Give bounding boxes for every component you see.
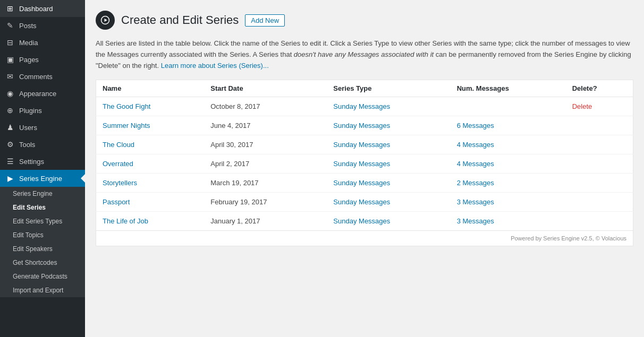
sidebar-item-settings[interactable]: ☰ Settings — [0, 153, 85, 170]
pages-icon: ▣ — [5, 55, 15, 64]
submenu-item-edit-topics[interactable]: Edit Topics — [0, 228, 85, 242]
submenu-item-get-shortcodes[interactable]: Get Shortcodes — [0, 256, 85, 270]
sidebar-label-pages: Pages — [19, 56, 39, 64]
series-type-link[interactable]: Sunday Messages — [333, 198, 390, 206]
cell-delete — [566, 193, 633, 212]
cell-num-messages: 4 Messages — [451, 154, 566, 174]
sidebar-label-posts: Posts — [19, 22, 37, 30]
col-delete: Delete? — [566, 80, 633, 97]
appearance-icon: ◉ — [5, 89, 15, 98]
cell-series-name: The Cloud — [96, 135, 205, 154]
sidebar-label-dashboard: Dashboard — [19, 5, 53, 13]
tools-icon: ⚙ — [5, 140, 15, 149]
messages-count-link[interactable]: 2 Messages — [457, 179, 494, 187]
comments-icon: ✉ — [5, 72, 15, 81]
cell-start-date: April 30, 2017 — [204, 135, 327, 154]
sidebar-item-tools[interactable]: ⚙ Tools — [0, 136, 85, 153]
description-link[interactable]: Learn more about Series (Series)... — [161, 62, 269, 70]
sidebar-item-appearance[interactable]: ◉ Appearance — [0, 85, 85, 102]
cell-num-messages: 3 Messages — [451, 193, 566, 212]
series-name-link[interactable]: The Good Fight — [103, 102, 150, 110]
series-name-link[interactable]: The Cloud — [103, 141, 134, 149]
table-row: OverratedApril 2, 2017Sunday Messages4 M… — [96, 154, 633, 174]
sidebar-item-users[interactable]: ♟ Users — [0, 119, 85, 136]
cell-delete — [566, 212, 633, 231]
cell-delete — [566, 116, 633, 135]
cell-series-type: Sunday Messages — [327, 97, 450, 116]
posts-icon: ✎ — [5, 21, 15, 30]
main-content: Create and Edit Series Add New All Serie… — [85, 0, 644, 337]
col-name: Name — [96, 80, 205, 97]
submenu-item-series-engine[interactable]: Series Engine — [0, 187, 85, 201]
messages-count-link[interactable]: 6 Messages — [457, 122, 494, 129]
dashboard-icon: ⊞ — [5, 4, 15, 13]
sidebar-item-media[interactable]: ⊟ Media — [0, 34, 85, 51]
add-new-button[interactable]: Add New — [245, 14, 285, 27]
series-type-link[interactable]: Sunday Messages — [333, 179, 390, 187]
series-type-link[interactable]: Sunday Messages — [333, 141, 390, 149]
cell-series-name: Overrated — [96, 154, 205, 174]
cell-num-messages — [451, 97, 566, 116]
table-body: The Good FightOctober 8, 2017Sunday Mess… — [96, 97, 633, 231]
series-name-link[interactable]: The Life of Job — [103, 217, 148, 225]
col-series-type: Series Type — [327, 80, 450, 97]
cell-series-type: Sunday Messages — [327, 154, 450, 174]
cell-delete — [566, 174, 633, 193]
submenu-item-edit-series[interactable]: Edit Series — [0, 201, 85, 214]
series-name-link[interactable]: Storytellers — [103, 179, 137, 187]
messages-count-link[interactable]: 4 Messages — [457, 141, 494, 149]
users-icon: ♟ — [5, 123, 15, 132]
series-engine-submenu: Series Engine Edit Series Edit Series Ty… — [0, 187, 85, 297]
cell-start-date: June 4, 2017 — [204, 116, 327, 135]
sidebar-item-pages[interactable]: ▣ Pages — [0, 51, 85, 68]
cell-series-name: The Good Fight — [96, 97, 205, 116]
sidebar-label-users: Users — [19, 124, 37, 132]
submenu-item-edit-series-types[interactable]: Edit Series Types — [0, 214, 85, 228]
sidebar-item-comments[interactable]: ✉ Comments — [0, 68, 85, 85]
cell-num-messages: 2 Messages — [451, 174, 566, 193]
sidebar-label-tools: Tools — [19, 141, 35, 149]
table-row: The Life of JobJanuary 1, 2017Sunday Mes… — [96, 212, 633, 231]
cell-delete — [566, 154, 633, 174]
cell-delete: Delete — [566, 97, 633, 116]
cell-series-name: Summer Nights — [96, 116, 205, 135]
cell-series-type: Sunday Messages — [327, 212, 450, 231]
submenu-item-generate-podcasts[interactable]: Generate Podcasts — [0, 270, 85, 283]
table-row: PassportFebruary 19, 2017Sunday Messages… — [96, 193, 633, 212]
series-type-link[interactable]: Sunday Messages — [333, 160, 390, 168]
sidebar-label-settings: Settings — [19, 158, 44, 166]
submenu-item-import-export[interactable]: Import and Export — [0, 283, 85, 297]
settings-icon: ☰ — [5, 157, 15, 166]
messages-count-link[interactable]: 4 Messages — [457, 160, 494, 168]
cell-start-date: April 2, 2017 — [204, 154, 327, 174]
cell-series-name: Passport — [96, 193, 205, 212]
cell-start-date: January 1, 2017 — [204, 212, 327, 231]
cell-num-messages: 6 Messages — [451, 116, 566, 135]
sidebar-item-posts[interactable]: ✎ Posts — [0, 17, 85, 34]
sidebar-item-plugins[interactable]: ⊕ Plugins — [0, 102, 85, 119]
series-name-link[interactable]: Summer Nights — [103, 122, 150, 129]
page-icon — [96, 11, 115, 30]
series-name-link[interactable]: Passport — [103, 198, 130, 206]
series-name-link[interactable]: Overrated — [103, 160, 133, 168]
submenu-item-edit-speakers[interactable]: Edit Speakers — [0, 242, 85, 256]
cell-num-messages: 3 Messages — [451, 212, 566, 231]
cell-start-date: October 8, 2017 — [204, 97, 327, 116]
sidebar-item-dashboard[interactable]: ⊞ Dashboard — [0, 0, 85, 17]
series-type-link[interactable]: Sunday Messages — [333, 217, 390, 225]
table-row: The Good FightOctober 8, 2017Sunday Mess… — [96, 97, 633, 116]
messages-count-link[interactable]: 3 Messages — [457, 217, 494, 225]
cell-series-type: Sunday Messages — [327, 116, 450, 135]
sidebar-label-comments: Comments — [19, 73, 53, 81]
delete-link[interactable]: Delete — [572, 102, 592, 110]
series-type-link[interactable]: Sunday Messages — [333, 102, 390, 110]
cell-series-name: The Life of Job — [96, 212, 205, 231]
messages-count-link[interactable]: 3 Messages — [457, 198, 494, 206]
sidebar-item-series-engine[interactable]: ▶ Series Engine — [0, 170, 85, 187]
cell-start-date: March 19, 2017 — [204, 174, 327, 193]
series-type-link[interactable]: Sunday Messages — [333, 122, 390, 129]
table-row: StorytellersMarch 19, 2017Sunday Message… — [96, 174, 633, 193]
cell-start-date: February 19, 2017 — [204, 193, 327, 212]
cell-series-type: Sunday Messages — [327, 193, 450, 212]
sidebar: ⊞ Dashboard ✎ Posts ⊟ Media ▣ Pages ✉ Co… — [0, 0, 85, 337]
